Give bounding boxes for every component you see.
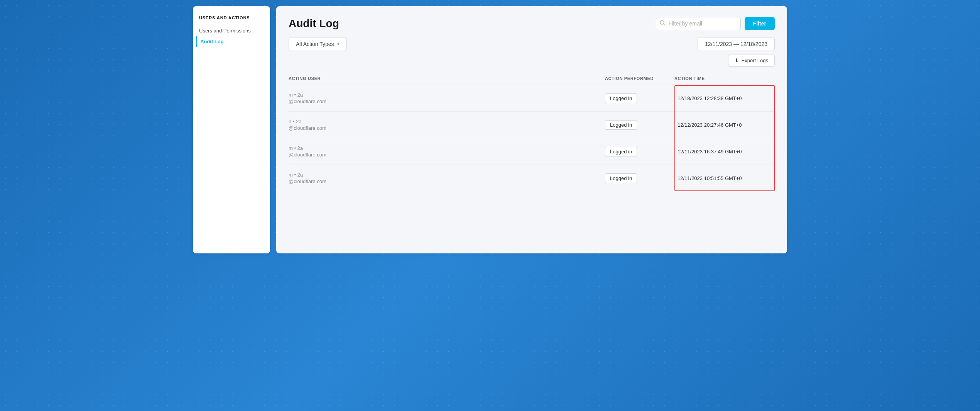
user-cell: m • 2a @cloudflare.com bbox=[289, 92, 605, 104]
controls-row: All Action Types ▾ 12/11/2023 — 12/18/20… bbox=[289, 37, 775, 51]
user-email: @cloudflare.com bbox=[289, 178, 605, 184]
audit-log-table: ACTING USER ACTION PERFORMED ACTION TIME… bbox=[289, 76, 775, 191]
column-header-action-performed: ACTION PERFORMED bbox=[605, 76, 674, 81]
action-cell: Logged in bbox=[605, 173, 674, 183]
chevron-down-icon: ▾ bbox=[337, 42, 340, 47]
action-badge: Logged in bbox=[605, 173, 637, 183]
sidebar-section-title: USERS AND ACTIONS bbox=[199, 15, 264, 20]
action-types-label: All Action Types bbox=[296, 41, 334, 47]
user-cell: m • 2a @cloudflare.com bbox=[289, 172, 605, 184]
action-badge: Logged in bbox=[605, 120, 637, 130]
action-cell: Logged in bbox=[605, 147, 674, 156]
header-row: Audit Log Filter bbox=[289, 17, 775, 30]
user-cell: n • 2a @cloudflare.com bbox=[289, 119, 605, 131]
action-cell: Logged in bbox=[605, 93, 674, 103]
column-header-action-time: ACTION TIME bbox=[674, 76, 775, 81]
main-content: Audit Log Filter All Action Types bbox=[276, 6, 787, 253]
sidebar-item-users-permissions[interactable]: Users and Permissions bbox=[199, 25, 264, 36]
action-time: 12/11/2023 16:37:49 GMT+0 bbox=[674, 149, 775, 155]
user-name: m • 2a bbox=[289, 92, 605, 98]
table-rows-wrapper: m • 2a @cloudflare.com Logged in 12/18/2… bbox=[289, 85, 775, 191]
user-email: @cloudflare.com bbox=[289, 125, 605, 131]
export-row: ⬇ Export Logs bbox=[289, 54, 775, 67]
action-cell: Logged in bbox=[605, 120, 674, 130]
action-time: 12/12/2023 20:27:46 GMT+0 bbox=[674, 122, 775, 128]
action-badge: Logged in bbox=[605, 147, 637, 156]
table-row: m • 2a @cloudflare.com Logged in 12/11/2… bbox=[289, 165, 775, 191]
filter-input-wrapper bbox=[656, 17, 741, 30]
export-logs-button[interactable]: ⬇ Export Logs bbox=[728, 54, 775, 67]
search-icon bbox=[660, 20, 665, 27]
filter-email-input[interactable] bbox=[656, 17, 741, 30]
filter-button[interactable]: Filter bbox=[745, 17, 775, 30]
action-time: 12/11/2023 10:51:55 GMT+0 bbox=[674, 175, 775, 181]
export-icon: ⬇ bbox=[735, 58, 739, 63]
sidebar: USERS AND ACTIONS Users and Permissions … bbox=[193, 6, 270, 253]
sidebar-item-audit-log[interactable]: Audit Log bbox=[196, 36, 264, 47]
user-name: m • 2a bbox=[289, 172, 605, 178]
user-name: n • 2a bbox=[289, 119, 605, 124]
svg-line-1 bbox=[664, 24, 665, 25]
action-types-dropdown[interactable]: All Action Types ▾ bbox=[289, 37, 347, 51]
column-header-acting-user: ACTING USER bbox=[289, 76, 605, 81]
header-right: Filter bbox=[656, 17, 775, 30]
page-title: Audit Log bbox=[289, 17, 339, 30]
export-label: Export Logs bbox=[742, 58, 768, 63]
action-badge: Logged in bbox=[605, 93, 637, 103]
user-name: m • 2a bbox=[289, 145, 605, 151]
table-row: n • 2a @cloudflare.com Logged in 12/12/2… bbox=[289, 112, 775, 138]
date-range-picker[interactable]: 12/11/2023 — 12/18/2023 bbox=[698, 37, 775, 51]
table-header: ACTING USER ACTION PERFORMED ACTION TIME bbox=[289, 76, 775, 85]
user-cell: m • 2a @cloudflare.com bbox=[289, 145, 605, 158]
user-email: @cloudflare.com bbox=[289, 99, 605, 104]
table-row: m • 2a @cloudflare.com Logged in 12/11/2… bbox=[289, 138, 775, 165]
action-time: 12/18/2023 12:28:38 GMT+0 bbox=[674, 95, 775, 101]
user-email: @cloudflare.com bbox=[289, 152, 605, 158]
table-row: m • 2a @cloudflare.com Logged in 12/18/2… bbox=[289, 85, 775, 112]
